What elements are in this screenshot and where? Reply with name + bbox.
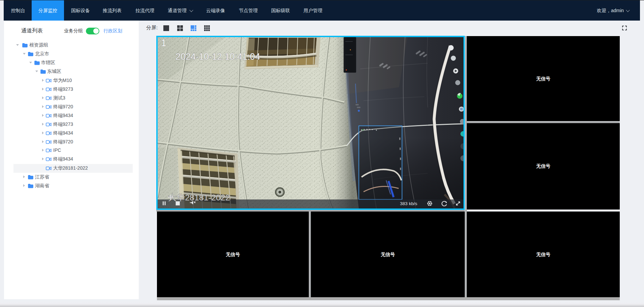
svg-text:大华28181-2022: 大华28181-2022 [168, 193, 230, 202]
svg-text:1: 1 [161, 37, 166, 48]
svg-text:383 kb/s: 383 kb/s [400, 201, 417, 206]
svg-text:2024-10-12 10:41:04: 2024-10-12 10:41:04 [175, 52, 260, 62]
